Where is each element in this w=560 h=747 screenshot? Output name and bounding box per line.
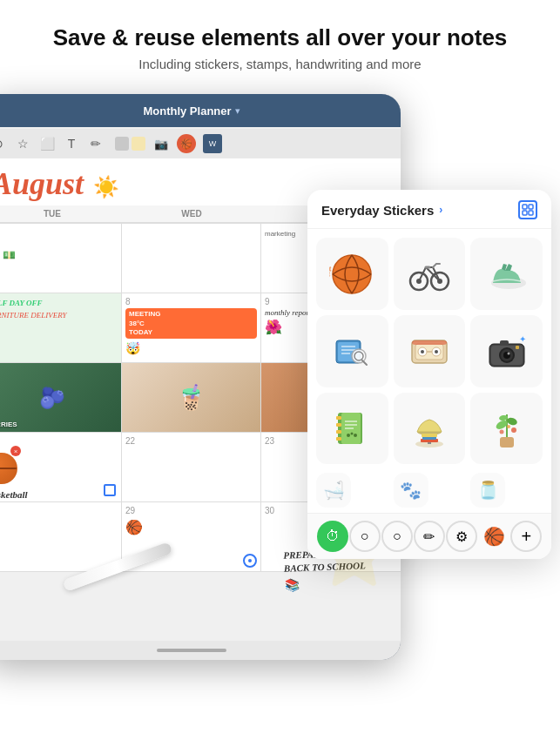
sticker-partial-1[interactable]: 🛁	[316, 473, 351, 508]
panel-layout-button[interactable]	[518, 200, 537, 219]
sticker-grid: ✦	[307, 229, 551, 473]
svg-point-58	[511, 427, 516, 433]
toolbar-text-icon[interactable]: T	[63, 135, 80, 152]
toolbar-extra[interactable]: W	[203, 134, 222, 153]
basketball-event: ×	[0, 449, 118, 488]
cal-cell-22: 22	[122, 433, 261, 502]
swatch-gray[interactable]	[115, 137, 129, 151]
day-tue: TUE	[0, 205, 122, 222]
svg-point-46	[354, 434, 357, 437]
bottom-bar	[0, 641, 401, 660]
cal-cell-28: 28	[0, 502, 122, 572]
svg-point-31	[507, 353, 509, 355]
main-area: Monthly Planner ▾ ⊙ ☆ ⬜ T ✏ 📷 🏀 W	[0, 85, 560, 721]
svg-rect-52	[422, 434, 437, 437]
cal-cell-2	[122, 224, 261, 293]
tool-add[interactable]: +	[510, 521, 542, 552]
event-label: Basketball10 am	[0, 489, 118, 502]
sticker-panel: Everyday Stickers ›	[307, 190, 551, 559]
sticker-panel-title: Everyday Stickers ›	[321, 203, 442, 218]
cal-cell-4: HALF DAY OFF FURNITURE DELIVERY	[0, 293, 122, 363]
tool-oval-1[interactable]: ○	[349, 521, 381, 552]
sticker-panel-header: Everyday Stickers ›	[307, 190, 551, 229]
sticker-camera[interactable]: ✦	[470, 315, 543, 387]
svg-rect-32	[500, 340, 509, 346]
basketball-sticker: ×	[0, 449, 17, 488]
day-wed: WED	[122, 205, 261, 222]
svg-point-24	[435, 350, 438, 353]
cell-num: 28	[0, 506, 118, 515]
sticker-plant[interactable]	[470, 393, 543, 465]
toolbar-lasso-icon[interactable]: ⊙	[0, 135, 7, 152]
svg-text:✦: ✦	[519, 334, 526, 344]
panel-toolbar: ⏱ ○ ○ ✏ ⚙ 🏀 +	[307, 513, 551, 559]
cell-num: 21	[0, 436, 118, 446]
sticker-partial-2[interactable]: 🐾	[394, 473, 428, 508]
cal-cell-basketball: 21 × Basketball10 am	[0, 433, 122, 502]
sticker-book[interactable]	[316, 315, 388, 387]
sticker-basketball[interactable]	[316, 238, 388, 310]
cell-num: 8	[125, 297, 257, 306]
sticker-partial-3[interactable]: 🫙	[470, 473, 505, 508]
sticker-lamp[interactable]	[394, 393, 466, 465]
swatch-yellow[interactable]	[132, 137, 145, 151]
sticker-bicycle[interactable]	[394, 238, 466, 310]
sticker-notebook[interactable]	[316, 393, 388, 465]
toolbar-pen-icon[interactable]: ✏	[87, 135, 105, 152]
icon-toolbar: ⊙ ☆ ⬜ T ✏ 📷 🏀 W	[0, 129, 401, 158]
cal-cell-5: 8 MEETING38°CTODAY 🤯	[122, 293, 261, 363]
cell-content-2: FURNITURE DELIVERY	[0, 311, 118, 321]
svg-rect-39	[336, 430, 341, 434]
cell-content: PAYDAY 💵	[0, 239, 118, 262]
photo-boba: 🧋	[122, 363, 260, 432]
svg-point-60	[499, 429, 503, 434]
toolbar-image-icon[interactable]: ⬜	[38, 135, 56, 152]
svg-point-23	[421, 350, 424, 353]
tool-timer[interactable]: ⏱	[317, 521, 348, 552]
cell-num: 1	[0, 227, 118, 237]
tool-pencil[interactable]: ✏	[414, 521, 445, 552]
header-subtitle: Including stickers, stamps, handwriting …	[35, 57, 525, 71]
svg-point-45	[351, 432, 354, 434]
cell-num: 29	[125, 506, 257, 515]
toolbar-title: Monthly Planner	[143, 104, 231, 118]
color-swatches	[115, 137, 145, 151]
month-name: August	[0, 165, 84, 202]
svg-rect-38	[336, 423, 341, 427]
svg-point-44	[347, 434, 350, 437]
toolbar-dropdown-icon[interactable]: ▾	[235, 105, 240, 117]
selection-handle	[104, 484, 116, 496]
svg-rect-40	[336, 437, 341, 441]
cal-cell-photo-1: 🫐 MIXBERRIES	[0, 363, 122, 433]
svg-rect-0	[523, 205, 527, 209]
svg-rect-2	[523, 211, 527, 215]
basketball-sticker-small: 🏀	[177, 134, 196, 153]
remove-badge[interactable]: ×	[10, 446, 21, 456]
tool-oval-2[interactable]: ○	[381, 521, 413, 552]
tool-basketball[interactable]: 🏀	[478, 521, 509, 552]
sticker-sneakers[interactable]	[470, 238, 543, 310]
panel-title-text: Everyday Stickers	[321, 203, 434, 218]
svg-point-59	[507, 425, 510, 428]
svg-point-8	[416, 279, 422, 284]
svg-rect-37	[336, 416, 341, 420]
sticker-cassette[interactable]	[394, 315, 466, 387]
svg-rect-3	[529, 211, 533, 215]
cell-content: MEETING38°CTODAY 🤯	[125, 308, 257, 356]
cell-num: 22	[125, 436, 257, 446]
svg-rect-53	[500, 437, 514, 448]
sun-emoji: ☀️	[93, 175, 119, 199]
selection-circle	[243, 554, 257, 568]
photo-label: MIXBERRIES	[0, 413, 17, 428]
header-section: Save & reuse elements all over your note…	[0, 0, 560, 85]
svg-point-9	[437, 279, 442, 284]
home-indicator	[157, 649, 226, 652]
tool-gear[interactable]: ⚙	[446, 521, 477, 552]
panel-chevron-icon[interactable]: ›	[439, 204, 442, 216]
toolbar-star-icon[interactable]: ☆	[14, 135, 31, 152]
svg-rect-1	[529, 205, 533, 209]
toolbar-camera-icon[interactable]: 📷	[152, 135, 170, 152]
cal-cell-photo-2: 🧋	[122, 363, 261, 433]
svg-rect-33	[516, 346, 519, 349]
svg-point-56	[506, 416, 518, 427]
